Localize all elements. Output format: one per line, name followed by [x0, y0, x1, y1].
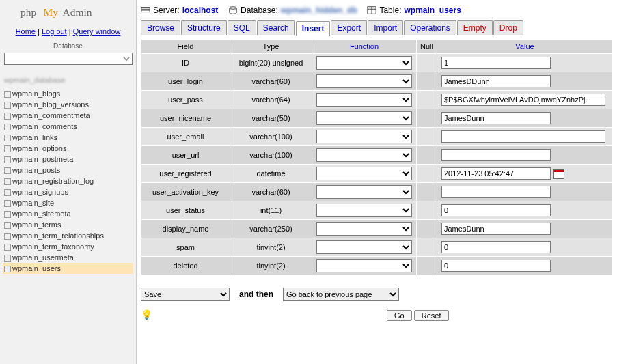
- function-select[interactable]: [316, 148, 412, 162]
- tab-search[interactable]: Search: [257, 20, 295, 35]
- table-item[interactable]: wpmain_blogs: [3, 88, 133, 99]
- save-select[interactable]: Save: [141, 288, 230, 301]
- null-cell: [417, 128, 437, 146]
- null-cell: [417, 220, 437, 238]
- value-input[interactable]: [441, 167, 551, 180]
- tab-import[interactable]: Import: [368, 20, 403, 35]
- function-select[interactable]: [316, 167, 412, 180]
- value-input[interactable]: [441, 223, 551, 235]
- field-type: varchar(60): [230, 183, 312, 201]
- tab-browse[interactable]: Browse: [141, 20, 180, 35]
- database-value[interactable]: wpmain_hidden_db: [281, 5, 357, 15]
- table-item[interactable]: wpmain_signups: [3, 186, 133, 197]
- function-select[interactable]: [316, 259, 412, 272]
- table-item[interactable]: wpmain_sitemeta: [3, 208, 133, 219]
- svg-rect-3: [141, 8, 150, 10]
- value-input[interactable]: [441, 260, 551, 272]
- table-item[interactable]: wpmain_terms: [3, 219, 133, 230]
- function-select[interactable]: [316, 130, 412, 143]
- field-name: deleted: [141, 257, 230, 275]
- then-select[interactable]: Go back to previous page: [283, 288, 399, 301]
- logout-link[interactable]: Log out: [42, 27, 67, 36]
- table-item[interactable]: wpmain_usermeta: [3, 252, 133, 263]
- function-select[interactable]: [316, 74, 412, 88]
- function-select[interactable]: [316, 185, 412, 199]
- table-item[interactable]: wpmain_blog_versions: [3, 99, 133, 110]
- tab-insert[interactable]: Insert: [296, 21, 331, 36]
- tab-export[interactable]: Export: [331, 20, 367, 35]
- database-select[interactable]: [4, 53, 133, 65]
- go-button[interactable]: [387, 310, 412, 321]
- null-cell: [417, 91, 437, 109]
- col-type: Type: [230, 40, 312, 54]
- field-type: varchar(100): [230, 146, 312, 165]
- table-item[interactable]: wpmain_posts: [3, 165, 133, 176]
- function-select[interactable]: [316, 93, 412, 107]
- table-row: user_statusint(11): [141, 201, 613, 220]
- field-type: varchar(64): [230, 91, 312, 109]
- table-item[interactable]: wpmain_options: [3, 143, 133, 154]
- value-input[interactable]: [441, 186, 551, 198]
- svg-point-5: [230, 7, 237, 10]
- function-select[interactable]: [316, 240, 412, 254]
- server-icon: [141, 5, 150, 15]
- field-name: display_name: [141, 220, 230, 238]
- field-name: user_registered: [141, 165, 230, 183]
- table-item[interactable]: wpmain_postmeta: [3, 154, 133, 165]
- value-input[interactable]: [441, 112, 551, 124]
- table-item[interactable]: wpmain_comments: [3, 121, 133, 132]
- function-select[interactable]: [316, 222, 412, 236]
- query-window-link[interactable]: Query window: [73, 27, 121, 36]
- function-select[interactable]: [316, 111, 412, 125]
- field-type: datetime: [230, 165, 312, 183]
- reset-button[interactable]: [414, 310, 449, 321]
- value-input[interactable]: [441, 149, 551, 161]
- svg-text:My: My: [43, 6, 58, 18]
- value-input[interactable]: [441, 57, 551, 69]
- table-icon: [367, 5, 376, 15]
- table-item[interactable]: wpmain_term_taxonomy: [3, 241, 133, 252]
- table-item[interactable]: wpmain_links: [3, 132, 133, 143]
- field-type: varchar(50): [230, 109, 312, 128]
- table-row: IDbigint(20) unsigned: [141, 54, 613, 72]
- and-then-label: and then: [239, 290, 273, 299]
- value-input[interactable]: [441, 204, 551, 216]
- home-link[interactable]: Home: [16, 27, 36, 36]
- top-links: Home | Log out | Query window: [3, 27, 133, 40]
- table-item[interactable]: wpmain_users: [3, 263, 133, 274]
- db-name: wpmain_database: [3, 72, 133, 88]
- table-row: display_namevarchar(250): [141, 220, 613, 238]
- server-value[interactable]: localhost: [182, 5, 219, 15]
- function-select[interactable]: [316, 204, 412, 217]
- table-item[interactable]: wpmain_term_relationships: [3, 230, 133, 241]
- table-item[interactable]: wpmain_commentmeta: [3, 110, 133, 121]
- table-row: deletedtinyint(2): [141, 257, 613, 275]
- table-row: user_registereddatetime: [141, 165, 613, 183]
- value-input[interactable]: [441, 241, 551, 253]
- table-row: user_emailvarchar(100): [141, 128, 613, 146]
- insert-form-table: Field Type Function Null Value IDbigint(…: [141, 39, 613, 275]
- value-input[interactable]: [441, 75, 551, 87]
- value-input[interactable]: [441, 130, 605, 143]
- server-label: Server:: [153, 5, 180, 15]
- table-lbl: Table:: [379, 5, 401, 15]
- function-select[interactable]: [316, 56, 412, 70]
- field-name: user_status: [141, 201, 230, 220]
- table-value[interactable]: wpmain_users: [404, 5, 461, 15]
- database-icon: [228, 5, 238, 15]
- tab-operations[interactable]: Operations: [404, 20, 456, 35]
- tab-drop[interactable]: Drop: [493, 20, 523, 35]
- null-cell: [417, 183, 437, 201]
- tab-structure[interactable]: Structure: [181, 20, 227, 35]
- database-lbl: Database:: [241, 5, 278, 15]
- tab-empty[interactable]: Empty: [457, 20, 493, 35]
- tabs: Browse Structure SQL Search Insert Expor…: [141, 20, 613, 35]
- table-item[interactable]: wpmain_site: [3, 197, 133, 208]
- field-name: user_activation_key: [141, 183, 230, 201]
- tab-sql[interactable]: SQL: [228, 20, 256, 35]
- value-input[interactable]: [441, 94, 605, 106]
- calendar-icon[interactable]: [553, 169, 564, 179]
- col-field: Field: [141, 40, 230, 54]
- table-item[interactable]: wpmain_registration_log: [3, 176, 133, 186]
- logo: php My Admin: [3, 3, 133, 27]
